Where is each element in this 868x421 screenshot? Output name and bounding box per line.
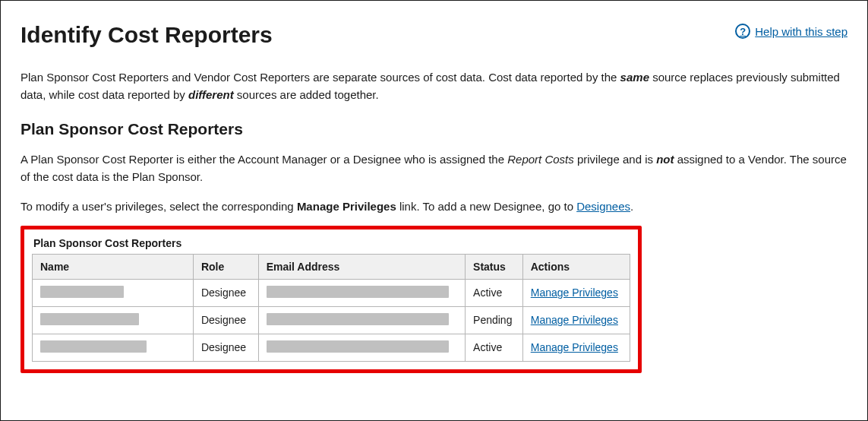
help-icon: ? [735,24,750,39]
intro-same-emphasis: same [620,71,649,84]
col-header-actions: Actions [522,254,630,279]
section-heading: Plan Sponsor Cost Reporters [21,120,847,138]
redacted-name [40,340,147,353]
redacted-email [267,313,449,325]
intro-different-emphasis: different [188,88,234,101]
col-header-status: Status [466,254,523,279]
table-caption: Plan Sponsor Cost Reporters [32,237,630,249]
table-row: Designee Active Manage Privileges [33,334,630,361]
redacted-email [267,286,449,298]
manage-privileges-link[interactable]: Manage Privileges [531,341,618,353]
manage-privileges-link[interactable]: Manage Privileges [531,286,618,299]
cell-status: Pending [466,306,523,334]
page-title: Identify Cost Reporters [21,16,273,48]
col-header-name: Name [33,254,194,279]
col-header-email: Email Address [258,254,465,279]
help-link-label: Help with this step [755,25,847,38]
col-header-role: Role [193,254,258,279]
intro-paragraph: Plan Sponsor Cost Reporters and Vendor C… [21,69,847,103]
redacted-email [267,340,449,353]
redacted-name [40,313,139,325]
highlighted-table-container: Plan Sponsor Cost Reporters Name Role Em… [21,226,642,373]
table-row: Designee Active Manage Privileges [33,279,630,306]
cell-status: Active [466,279,523,306]
help-with-step-link[interactable]: ? Help with this step [735,16,847,39]
designees-link[interactable]: Designees [576,200,630,213]
section-desc-1: A Plan Sponsor Cost Reporter is either t… [21,150,847,186]
cell-status: Active [466,334,523,361]
cell-role: Designee [193,334,258,361]
table-row: Designee Pending Manage Privileges [33,306,630,334]
redacted-name [40,286,124,298]
section-desc-2: To modify a user's privileges, select th… [21,198,847,215]
manage-privileges-link[interactable]: Manage Privileges [531,314,618,326]
plan-sponsor-cost-reporters-table: Name Role Email Address Status Actions D… [32,254,630,362]
cell-role: Designee [193,306,258,334]
cell-role: Designee [193,279,258,306]
